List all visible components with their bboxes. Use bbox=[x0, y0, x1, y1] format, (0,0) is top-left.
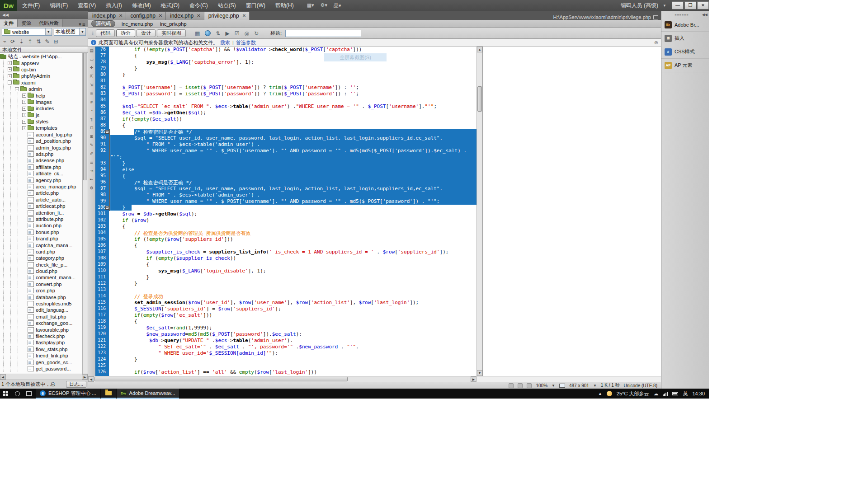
tray-chevron-up-icon[interactable]: ▲ bbox=[598, 391, 602, 396]
menu-item[interactable]: 插入(I) bbox=[101, 0, 127, 11]
close-button[interactable]: ✕ bbox=[697, 1, 709, 9]
tree-item[interactable]: favourable.php bbox=[0, 326, 82, 333]
tree-item[interactable]: friend_link.php bbox=[0, 352, 82, 359]
code-line[interactable]: " FROM " . $ecs->table('admin_user') . bbox=[110, 141, 476, 148]
document-tab[interactable]: index.php✕ bbox=[166, 12, 204, 20]
refresh-icon[interactable]: ↻ bbox=[254, 30, 259, 37]
tree-item[interactable]: brand.php bbox=[0, 235, 82, 242]
code-line[interactable]: $_POST['username'] = isset($_POST['usern… bbox=[110, 84, 476, 91]
code-line[interactable]: { bbox=[110, 53, 476, 59]
panel-css-styles[interactable]: #CSS样式 bbox=[661, 45, 709, 59]
code-line[interactable]: if(empty($row['ec_salt'])) bbox=[110, 312, 476, 319]
coding-tool-icon-8[interactable]: ¶ bbox=[90, 117, 93, 122]
code-line[interactable]: } bbox=[110, 274, 476, 281]
tree-item[interactable]: flow_stats.php bbox=[0, 346, 82, 352]
zoom-level[interactable]: 100% bbox=[536, 383, 547, 388]
view-select[interactable]: 本地视图 ▼ bbox=[54, 28, 86, 36]
code-line[interactable]: " FROM " . $ecs->table('admin_user') . bbox=[110, 192, 476, 198]
menu-item[interactable]: 修改(M) bbox=[127, 0, 156, 11]
tree-item[interactable]: email_list.php bbox=[0, 314, 82, 320]
code-line[interactable] bbox=[110, 78, 476, 84]
menu-item[interactable]: 窗口(W) bbox=[241, 0, 270, 11]
tree-item[interactable]: database.php bbox=[0, 294, 82, 300]
code-line[interactable]: /* 检查密码是否正确 */ bbox=[110, 129, 476, 135]
expand-icon[interactable]: + bbox=[8, 61, 12, 65]
tree-item[interactable]: captcha_mana... bbox=[0, 242, 82, 248]
close-icon[interactable]: ✕ bbox=[119, 13, 123, 19]
taskbar-app-explorer[interactable] bbox=[101, 389, 116, 399]
file-transfer-icon[interactable]: ⇅ bbox=[216, 30, 220, 37]
code-line[interactable] bbox=[110, 363, 476, 369]
code-line[interactable]: " WHERE user_id='$_SESSION[admin_id]'"); bbox=[110, 350, 476, 357]
coding-tool-icon-15[interactable]: ⇤ bbox=[90, 177, 94, 182]
expand-icon[interactable]: + bbox=[22, 100, 26, 104]
tree-item[interactable]: attention_li... bbox=[0, 209, 82, 216]
checkin-icon[interactable]: ✎ bbox=[45, 38, 49, 45]
menu-item[interactable]: 文件(F) bbox=[17, 0, 45, 11]
expand-icon[interactable]: + bbox=[22, 113, 26, 117]
tree-item[interactable]: +templates bbox=[0, 125, 82, 131]
multiscreen-icon[interactable]: ▦ bbox=[195, 30, 200, 37]
coding-tool-icon-3[interactable]: ⇱ bbox=[90, 74, 94, 79]
panel-collapse-bar[interactable]: ◀◀ bbox=[0, 11, 88, 19]
document-tab[interactable]: index.php✕ bbox=[88, 12, 126, 20]
files-panel-tab-文件[interactable]: 文件 bbox=[0, 19, 18, 27]
inspect-icon[interactable]: ◎ bbox=[244, 30, 249, 37]
search-link[interactable]: 搜索 bbox=[220, 39, 230, 46]
hscroll-track[interactable]: ◀ ▶ bbox=[88, 376, 476, 382]
view-button-实时视图[interactable]: 实时视图 bbox=[157, 29, 186, 37]
expand-icon[interactable]: + bbox=[8, 67, 12, 71]
tree-item[interactable]: +includes bbox=[0, 105, 82, 112]
code-editor[interactable]: 全屏幕截图(S) if (!empty($_POST['captcha']) &… bbox=[109, 47, 476, 376]
menu-item[interactable]: 编辑(E) bbox=[45, 0, 73, 11]
dock-drag-handle[interactable]: ■■■■■■ bbox=[661, 13, 702, 16]
scrollbar-thumb[interactable] bbox=[477, 86, 482, 112]
local-files-column-header[interactable]: 本地文件 bbox=[0, 46, 88, 53]
checkout-icon[interactable]: ⇅ bbox=[36, 38, 41, 45]
code-line[interactable]: } bbox=[110, 357, 476, 363]
tree-item[interactable]: +js bbox=[0, 112, 82, 118]
code-line[interactable] bbox=[110, 97, 476, 103]
code-line[interactable]: set_admin_session($row['user_id'], $row[… bbox=[110, 300, 476, 306]
tree-item[interactable]: bonus.php bbox=[0, 229, 82, 235]
menu-item[interactable]: 查看(V) bbox=[73, 0, 101, 11]
refresh-icon[interactable]: ⟳ bbox=[10, 38, 15, 45]
tree-item[interactable]: ads.php bbox=[0, 151, 82, 157]
expand-icon[interactable]: + bbox=[22, 107, 26, 111]
restore-button[interactable]: ❐ bbox=[684, 1, 696, 9]
taskbar-app-dreamweaver[interactable]: DwAdobe Dreamweav... bbox=[117, 389, 179, 399]
code-line[interactable]: $new_password=md5(md5($_POST['password']… bbox=[110, 331, 476, 338]
code-line[interactable]: " WHERE user_name = '" . $_POST['usernam… bbox=[110, 198, 476, 205]
tree-item[interactable]: gen_goods_sc... bbox=[0, 359, 82, 365]
tree-item[interactable]: get_password... bbox=[0, 366, 82, 372]
code-line[interactable]: /* 检查密码是否正确 */ bbox=[110, 179, 476, 186]
code-line[interactable]: if (!empty($_POST['captcha']) && !$valid… bbox=[110, 47, 476, 53]
tree-item[interactable]: articlecat.php bbox=[0, 203, 82, 209]
coding-tool-icon-16[interactable]: ⚙ bbox=[90, 186, 93, 190]
files-panel-hscroll[interactable]: ◀ ▶ bbox=[0, 374, 88, 380]
preview-globe-icon[interactable] bbox=[205, 30, 211, 36]
tree-item[interactable]: +styles bbox=[0, 118, 82, 125]
tree-item[interactable]: article_auto... bbox=[0, 197, 82, 203]
document-tab[interactable]: privilege.php✕ bbox=[204, 12, 250, 20]
scroll-right-arrow[interactable]: ▶ bbox=[471, 376, 476, 382]
tree-item[interactable]: adsense.php bbox=[0, 157, 82, 164]
coding-tool-icon-5[interactable]: ≋ bbox=[90, 91, 94, 96]
window-size-value[interactable]: 487 x 901 bbox=[569, 383, 589, 388]
coding-tool-icon-4[interactable]: ⇲ bbox=[90, 83, 94, 87]
tree-item[interactable]: +images bbox=[0, 99, 82, 105]
code-line[interactable]: $_SESSION['suppliers_id'] = $row['suppli… bbox=[110, 306, 476, 312]
tree-item[interactable]: attribute.php bbox=[0, 216, 82, 222]
live-code-icon[interactable]: ▶ bbox=[225, 30, 229, 37]
tree-item[interactable]: affiliate.php bbox=[0, 164, 82, 170]
coding-tool-icon-2[interactable]: ✣ bbox=[90, 66, 94, 70]
code-line[interactable]: if (empty($supplier_is_check)) bbox=[110, 255, 476, 262]
view-button-拆分[interactable]: 拆分 bbox=[116, 29, 135, 37]
check-page-icon[interactable]: ☑ bbox=[235, 30, 240, 37]
coding-tool-icon-9[interactable]: ⊟ bbox=[90, 126, 94, 130]
tree-item[interactable]: -xiaomi bbox=[0, 80, 82, 86]
code-line[interactable]: } bbox=[110, 205, 476, 211]
chevron-down-icon[interactable]: ▼ bbox=[79, 28, 85, 35]
code-line[interactable]: { bbox=[110, 173, 476, 179]
tree-item[interactable]: convert.php bbox=[0, 281, 82, 287]
